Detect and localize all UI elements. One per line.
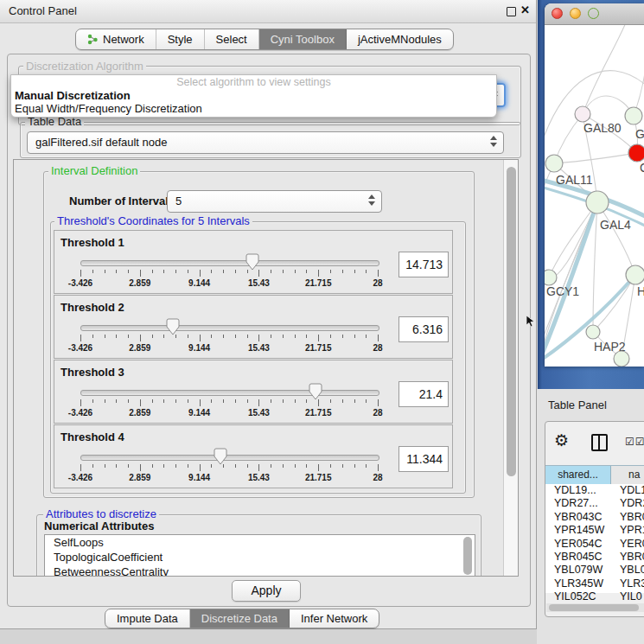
columns-icon[interactable] — [591, 434, 608, 451]
threshold-slider-track[interactable] — [80, 455, 379, 461]
network-node[interactable] — [628, 144, 644, 162]
scrollpane-scrollbar-thumb[interactable] — [507, 167, 516, 476]
threshold-slider-thumb[interactable] — [214, 448, 227, 465]
scrollpane-scrollbar-track[interactable] — [503, 160, 519, 576]
apply-button[interactable]: Apply — [232, 580, 301, 602]
table-row[interactable]: YIL052CYIL0 — [545, 590, 644, 603]
popup-item-equal-width-frequency[interactable]: Equal Width/Frequency Discretization — [11, 102, 496, 115]
app-root: Control Panel ✕ Network Style Select Cyn… — [0, 0, 644, 644]
threshold-slider-thumb[interactable] — [245, 253, 259, 271]
zoom-traffic-light[interactable] — [588, 8, 599, 19]
threshold-slider-track[interactable] — [80, 325, 379, 331]
table-hscrollbar[interactable] — [546, 603, 644, 612]
network-node[interactable] — [625, 107, 642, 124]
threshold-label: Threshold 3 — [61, 366, 124, 379]
network-node[interactable] — [586, 191, 609, 214]
tab-infer-network[interactable]: Infer Network — [290, 609, 379, 628]
threshold-slider-thumb[interactable] — [309, 383, 322, 400]
table-row[interactable]: YBR045CYBR0 — [545, 551, 644, 564]
network-node[interactable] — [586, 325, 600, 339]
network-node[interactable] — [545, 155, 563, 172]
table-rows: YDL19...YDL1YDR27...YDR2YBR043CYBR0YPR14… — [545, 484, 644, 593]
network-canvas[interactable]: GAL80GACGAL11GAL4GCY1HAHAP2 — [545, 25, 644, 367]
threshold-slider-thumb[interactable] — [166, 318, 180, 335]
node-label: HA — [637, 284, 644, 298]
column-name[interactable]: na — [628, 466, 640, 484]
table-row[interactable]: YDR27...YDR2 — [545, 497, 644, 510]
tab-discretize-data[interactable]: Discretize Data — [190, 609, 290, 628]
threshold-row: Threshold 1-3.4262.8599.14415.4321.71528 — [54, 230, 453, 294]
network-window: GAL80GACGAL11GAL4GCY1HAHAP2 — [545, 3, 644, 367]
node-label: C — [640, 161, 644, 175]
mouse-cursor — [526, 316, 537, 328]
threshold-row: Threshold 2-3.4262.8599.14415.4321.71528 — [54, 295, 453, 359]
threshold-row: Threshold 4-3.4262.8599.14415.4321.71528 — [54, 424, 453, 488]
table-data-combobox[interactable]: galFiltered.sif default node — [27, 131, 504, 154]
cyni-main-panel: Discretization Algorithm Table Data galF… — [7, 54, 531, 607]
float-window-icon[interactable] — [507, 7, 516, 16]
gear-icon[interactable]: ⚙ — [554, 430, 569, 450]
interval-definition-group-label: Interval Definition — [48, 165, 140, 177]
slider-tick-labels: -3.4262.8599.14415.4321.71528 — [80, 278, 378, 289]
table-row[interactable]: YBL079WYBL0 — [545, 564, 644, 577]
bottom-tab-bar: Impute Data Discretize Data Infer Networ… — [105, 609, 379, 628]
tab-cyni-toolbox[interactable]: Cyni Toolbox — [259, 29, 347, 49]
number-of-intervals-combobox[interactable]: 5 — [167, 190, 382, 213]
attributes-group: Numerical Attributes SelfLoops Topologic… — [36, 514, 481, 577]
list-item[interactable]: BetweennessCentrality — [45, 564, 475, 577]
combo-stepper-icon — [368, 194, 375, 206]
popup-item-manual-discretization[interactable]: Manual Discretization — [11, 89, 496, 102]
network-node[interactable] — [545, 270, 557, 285]
list-scrollbar[interactable] — [463, 537, 472, 575]
network-icon — [87, 34, 99, 45]
network-node[interactable] — [614, 351, 629, 367]
numerical-attributes-label: Numerical Attributes — [44, 520, 154, 532]
list-item[interactable]: TopologicalCoefficient — [45, 550, 475, 564]
threshold-label: Threshold 1 — [61, 236, 124, 249]
network-window-titlebar — [545, 3, 644, 25]
threshold-slider-track[interactable] — [80, 260, 379, 266]
settings-scrollpane: Number of Intervals 5 Threshold 1-3.4262… — [13, 159, 519, 577]
threshold-row: Threshold 3-3.4262.8599.14415.4321.71528 — [54, 360, 453, 424]
threshold-value-field[interactable] — [399, 446, 449, 472]
tab-style[interactable]: Style — [156, 29, 205, 49]
list-item[interactable]: SelfLoops — [45, 535, 475, 550]
control-panel-window: Control Panel ✕ Network Style Select Cyn… — [0, 0, 537, 629]
tab-impute-data[interactable]: Impute Data — [105, 609, 190, 628]
threshold-value-field[interactable] — [399, 381, 449, 407]
tab-network[interactable]: Network — [76, 29, 156, 49]
close-traffic-light[interactable] — [552, 8, 563, 19]
network-window-frame: GAL80GACGAL11GAL4GCY1HAHAP2 — [538, 0, 644, 389]
network-node[interactable] — [575, 106, 590, 122]
tab-jactivemnodules[interactable]: jActiveMNodules — [347, 29, 453, 49]
node-label: GAL11 — [556, 173, 593, 187]
number-of-intervals-label: Number of Intervals — [69, 194, 175, 207]
threshold-slider-track[interactable] — [80, 390, 379, 396]
top-tab-bar: Network Style Select Cyni Toolbox jActiv… — [75, 29, 454, 50]
tab-select[interactable]: Select — [205, 29, 259, 49]
table-row[interactable]: YPR145WYPR1 — [545, 524, 644, 537]
algorithm-dropdown-popup: Select algorithm to view settings Manual… — [10, 74, 497, 118]
tab-network-label: Network — [103, 33, 144, 46]
node-label: GA — [635, 127, 644, 141]
slider-tick-labels: -3.4262.8599.14415.4321.71528 — [80, 343, 378, 354]
table-data-combobox-value: galFiltered.sif default node — [35, 136, 167, 149]
network-node[interactable] — [626, 265, 644, 284]
table-row[interactable]: YBR043CYBR0 — [545, 511, 644, 524]
numerical-attributes-list[interactable]: SelfLoops TopologicalCoefficient Between… — [44, 534, 475, 577]
table-panel: ⚙ ☑☑ shared... na YDL19...YDL1YDR27...YD… — [545, 421, 644, 617]
close-icon[interactable]: ✕ — [520, 3, 530, 16]
attributes-group-label: Attributes to discretize — [43, 508, 159, 520]
minimize-traffic-light[interactable] — [570, 8, 581, 19]
table-panel-section: Table Panel ⚙ ☑☑ shared... na YDL19...YD… — [537, 389, 644, 644]
tab-select-label: Select — [216, 33, 247, 46]
threshold-value-field[interactable] — [399, 316, 449, 342]
threshold-value-field[interactable] — [399, 252, 449, 277]
table-row[interactable]: YLR345WYLR3 — [545, 577, 644, 590]
table-row[interactable]: YDL19...YDL1 — [545, 484, 644, 497]
checkbox-icons[interactable]: ☑☑ — [625, 436, 644, 448]
column-shared-name[interactable]: shared... — [545, 466, 611, 484]
table-row[interactable]: YER054CYER0 — [545, 538, 644, 551]
thresholds-group-label: Threshold's Coordinates for 5 Intervals — [54, 215, 252, 227]
network-graph[interactable]: GAL80GACGAL11GAL4GCY1HAHAP2 — [545, 25, 644, 367]
